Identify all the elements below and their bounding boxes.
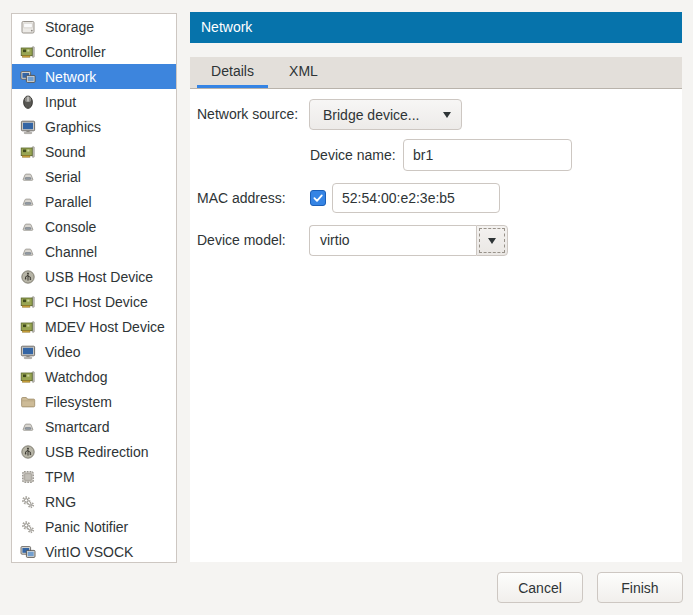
sidebar-item-serial[interactable]: Serial — [12, 164, 176, 189]
sidebar-item-controller[interactable]: Controller — [12, 39, 176, 64]
device-name-input[interactable] — [403, 139, 572, 171]
sidebar-item-label: Network — [45, 69, 96, 85]
disk-icon — [20, 19, 36, 35]
cancel-button[interactable]: Cancel — [497, 572, 583, 603]
sidebar-item-usb-host-device[interactable]: USB Host Device — [12, 264, 176, 289]
sidebar-item-tpm[interactable]: TPM — [12, 464, 176, 489]
serial-icon — [20, 244, 36, 260]
sidebar-item-label: Controller — [45, 44, 106, 60]
tab-details[interactable]: Details — [197, 57, 268, 88]
sidebar-item-label: USB Host Device — [45, 269, 153, 285]
chip-icon — [20, 469, 36, 485]
hardware-list: StorageControllerNetworkInputGraphicsSou… — [11, 13, 177, 563]
gears-icon — [20, 494, 36, 510]
sidebar-item-parallel[interactable]: Parallel — [12, 189, 176, 214]
sidebar-item-label: MDEV Host Device — [45, 319, 165, 335]
sidebar-item-channel[interactable]: Channel — [12, 239, 176, 264]
network-icon — [20, 544, 36, 560]
sidebar-item-graphics[interactable]: Graphics — [12, 114, 176, 139]
sidebar-item-label: PCI Host Device — [45, 294, 148, 310]
usb-icon — [20, 269, 36, 285]
serial-icon — [20, 219, 36, 235]
sidebar-item-watchdog[interactable]: Watchdog — [12, 364, 176, 389]
network-icon — [20, 69, 36, 85]
device-name-label: Device name: — [310, 139, 396, 171]
sidebar-item-pci-host-device[interactable]: PCI Host Device — [12, 289, 176, 314]
sidebar-item-label: Graphics — [45, 119, 101, 135]
monitor-icon — [20, 344, 36, 360]
sidebar-item-network[interactable]: Network — [12, 64, 176, 89]
usb-icon — [20, 444, 36, 460]
mac-address-input[interactable] — [332, 183, 500, 213]
sidebar-item-usb-redirection[interactable]: USB Redirection — [12, 439, 176, 464]
add-hardware-dialog: StorageControllerNetworkInputGraphicsSou… — [0, 0, 693, 615]
chevron-down-icon — [443, 112, 451, 118]
sidebar-item-label: USB Redirection — [45, 444, 149, 460]
finish-button[interactable]: Finish — [597, 572, 683, 603]
sidebar-item-label: Parallel — [45, 194, 92, 210]
monitor-icon — [20, 119, 36, 135]
card-icon — [20, 294, 36, 310]
sidebar-item-console[interactable]: Console — [12, 214, 176, 239]
sidebar-item-rng[interactable]: RNG — [12, 489, 176, 514]
sidebar-item-label: RNG — [45, 494, 76, 510]
network-source-dropdown[interactable]: Bridge device... — [309, 99, 462, 130]
chevron-down-icon — [488, 238, 496, 244]
sidebar-item-storage[interactable]: Storage — [12, 14, 176, 39]
sidebar-item-label: Video — [45, 344, 81, 360]
folder-icon — [20, 394, 36, 410]
sidebar-item-label: VirtIO VSOCK — [45, 544, 133, 560]
network-source-value: Bridge device... — [323, 107, 420, 123]
sidebar-item-label: Panic Notifier — [45, 519, 128, 535]
sidebar-item-sound[interactable]: Sound — [12, 139, 176, 164]
details-panel: Network source: Bridge device... Device … — [190, 89, 682, 562]
gears-icon — [20, 519, 36, 535]
sidebar-item-filesystem[interactable]: Filesystem — [12, 389, 176, 414]
sidebar-item-virtio-vsock[interactable]: VirtIO VSOCK — [12, 539, 176, 563]
device-model-combo: virtio — [309, 225, 508, 256]
sidebar-item-label: Input — [45, 94, 76, 110]
device-model-entry[interactable]: virtio — [309, 225, 476, 256]
sidebar-item-label: Console — [45, 219, 96, 235]
mouse-icon — [20, 94, 36, 110]
card-icon — [20, 144, 36, 160]
tab-bar: Details XML — [190, 57, 682, 89]
checkmark-icon — [312, 192, 324, 204]
sidebar-item-panic-notifier[interactable]: Panic Notifier — [12, 514, 176, 539]
serial-icon — [20, 419, 36, 435]
tab-xml[interactable]: XML — [268, 57, 339, 88]
mac-address-label: MAC address: — [197, 183, 286, 213]
sidebar-item-label: Sound — [45, 144, 85, 160]
sidebar-item-smartcard[interactable]: Smartcard — [12, 414, 176, 439]
serial-icon — [20, 169, 36, 185]
card-icon — [20, 369, 36, 385]
sidebar-item-label: Watchdog — [45, 369, 108, 385]
sidebar-item-label: TPM — [45, 469, 75, 485]
page-title: Network — [190, 12, 682, 43]
sidebar-item-input[interactable]: Input — [12, 89, 176, 114]
network-source-label: Network source: — [197, 99, 298, 130]
sidebar-item-label: Filesystem — [45, 394, 112, 410]
sidebar-item-label: Serial — [45, 169, 81, 185]
card-icon — [20, 44, 36, 60]
serial-icon — [20, 194, 36, 210]
sidebar-item-video[interactable]: Video — [12, 339, 176, 364]
device-model-label: Device model: — [197, 225, 286, 256]
sidebar-item-label: Channel — [45, 244, 97, 260]
sidebar-item-label: Smartcard — [45, 419, 110, 435]
sidebar-item-label: Storage — [45, 19, 94, 35]
sidebar-item-mdev-host-device[interactable]: MDEV Host Device — [12, 314, 176, 339]
card-icon — [20, 319, 36, 335]
device-model-dropdown-button[interactable] — [476, 225, 508, 256]
mac-address-checkbox[interactable] — [310, 190, 326, 206]
